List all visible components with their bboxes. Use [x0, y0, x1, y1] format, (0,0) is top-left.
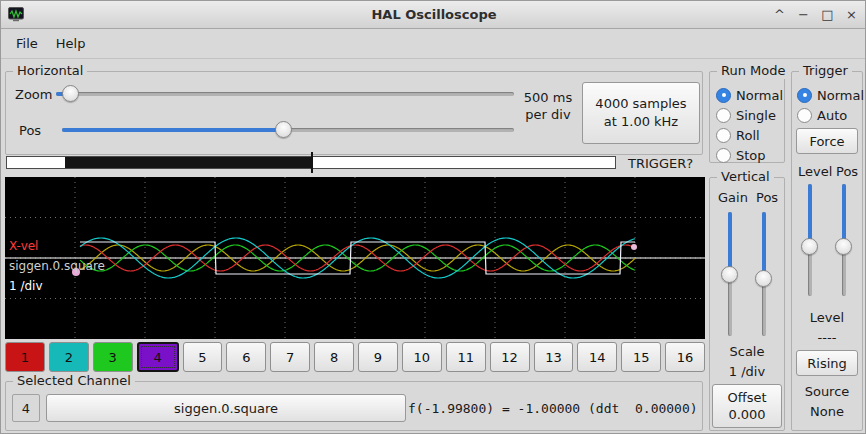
channel-button-12[interactable]: 12 [490, 342, 530, 372]
trigger-level-slider-fill [808, 184, 812, 246]
radio-icon[interactable] [716, 128, 731, 143]
scope-overlay-channel-value: X-vel [9, 239, 38, 253]
pos-slider-handle[interactable] [275, 121, 292, 138]
close-button[interactable]: × [844, 7, 859, 22]
channel-button-1[interactable]: 1 [5, 342, 45, 372]
horizontal-group-label: Horizontal [13, 63, 87, 79]
radio-icon[interactable] [716, 88, 731, 103]
preview-trigger-marker[interactable] [311, 152, 313, 173]
trigger-source-label: Source [792, 384, 862, 399]
channel-button-9[interactable]: 9 [358, 342, 398, 372]
channel-button-3[interactable]: 3 [93, 342, 133, 372]
radio-icon[interactable] [797, 88, 812, 103]
radio-icon[interactable] [716, 108, 731, 123]
scope-canvas [5, 177, 705, 339]
channel-row: 12345678910111213141516 [5, 342, 705, 372]
gain-slider-handle[interactable] [721, 266, 738, 283]
radio-icon[interactable] [716, 148, 731, 163]
channel-button-2[interactable]: 2 [49, 342, 89, 372]
channel-button-13[interactable]: 13 [534, 342, 574, 372]
horizontal-group: Horizontal Zoom 500 ms per div 4000 samp… [5, 71, 703, 155]
gain-slider[interactable] [720, 212, 739, 336]
trigger-auto[interactable]: Auto [797, 106, 847, 124]
titlebar[interactable]: HAL Oscilloscope ^ − □ × [1, 1, 866, 29]
menu-file[interactable]: File [7, 32, 47, 55]
channel-button-5[interactable]: 5 [183, 342, 223, 372]
selected-channel-name-button[interactable]: siggen.0.square [46, 394, 406, 422]
zoom-slider[interactable] [56, 84, 514, 103]
channel-button-7[interactable]: 7 [270, 342, 310, 372]
scope-display[interactable]: X-vel siggen.0.square 1 /div [5, 177, 705, 339]
selected-channel-group-label: Selected Channel [13, 373, 135, 389]
selected-channel-readout: f(-1.99800) = -1.00000 (ddt 0.00000) [408, 401, 698, 416]
run-mode-group-label: Run Mode [717, 63, 789, 79]
minimize-button[interactable]: − [796, 7, 811, 22]
channel-button-6[interactable]: 6 [226, 342, 266, 372]
vertical-pos-label: Pos [756, 190, 778, 205]
trigger-normal[interactable]: Normal [797, 86, 864, 104]
per-div-display: 500 ms per div [516, 89, 580, 123]
channel-button-4[interactable]: 4 [137, 342, 179, 372]
selected-channel-group: Selected Channel 4 siggen.0.square f(-1.… [5, 381, 703, 431]
scale-value: 1 /div [710, 364, 784, 379]
maximize-button[interactable]: □ [820, 7, 835, 22]
trigger-edge-button[interactable]: Rising [796, 350, 858, 376]
channel-button-16[interactable]: 16 [665, 342, 705, 372]
trigger-level-slider[interactable] [800, 184, 819, 296]
trigger-level-slider-handle[interactable] [801, 238, 818, 255]
vertical-pos-slider-fill [762, 212, 766, 278]
pos-label: Pos [19, 123, 41, 138]
vertical-group-label: Vertical [717, 169, 774, 185]
scope-overlay-scale: 1 /div [9, 279, 43, 293]
shade-button[interactable]: ^ [772, 7, 787, 22]
run-mode-group: Run Mode Normal Single Roll Stop [709, 71, 785, 163]
trigger-status-label: TRIGGER? [628, 156, 693, 171]
trigger-pos-slider-handle[interactable] [835, 238, 852, 255]
trigger-level-readout-label: Level [792, 310, 862, 325]
gain-slider-fill [728, 212, 732, 274]
zoom-label: Zoom [15, 87, 52, 102]
menu-help[interactable]: Help [47, 32, 95, 55]
run-mode-roll[interactable]: Roll [716, 126, 760, 144]
run-mode-stop[interactable]: Stop [716, 146, 766, 164]
vertical-pos-slider[interactable] [754, 212, 773, 336]
trigger-group-label: Trigger [799, 63, 852, 79]
trigger-level-readout-value: ---- [792, 330, 862, 345]
scope-overlay-signal-name: siggen.0.square [9, 259, 105, 273]
samples-button[interactable]: 4000 samples at 1.00 kHz [582, 82, 700, 144]
trigger-group: Trigger Normal Auto Force Level Pos Leve… [791, 71, 863, 431]
run-mode-single[interactable]: Single [716, 106, 776, 124]
selected-channel-number: 4 [12, 394, 40, 422]
run-mode-normal[interactable]: Normal [716, 86, 783, 104]
preview-band [65, 157, 313, 168]
zoom-slider-handle[interactable] [62, 85, 79, 102]
force-button[interactable]: Force [796, 128, 858, 154]
zoom-slider-track[interactable] [56, 92, 514, 96]
menubar: File Help [1, 29, 866, 59]
pos-slider[interactable] [62, 120, 514, 139]
channel-button-11[interactable]: 11 [446, 342, 486, 372]
channel-button-14[interactable]: 14 [577, 342, 617, 372]
trigger-pos-slider[interactable] [834, 184, 853, 296]
trigger-level-label: Level [798, 164, 832, 179]
vertical-group: Vertical Gain Pos Scale 1 /div Offset 0.… [709, 177, 785, 431]
offset-button[interactable]: Offset 0.000 [712, 384, 782, 428]
channel-button-15[interactable]: 15 [621, 342, 661, 372]
channel-button-8[interactable]: 8 [314, 342, 354, 372]
gain-label: Gain [718, 190, 748, 205]
trigger-source-value[interactable]: None [792, 404, 862, 419]
trigger-pos-slider-fill [842, 184, 846, 246]
vertical-pos-slider-handle[interactable] [755, 270, 772, 287]
scale-label: Scale [710, 344, 784, 359]
trigger-pos-label: Pos [836, 164, 858, 179]
radio-icon[interactable] [797, 108, 812, 123]
pos-slider-fill [62, 128, 283, 132]
window-title: HAL Oscilloscope [1, 7, 866, 22]
channel-button-10[interactable]: 10 [402, 342, 442, 372]
oscilloscope-window: HAL Oscilloscope ^ − □ × File Help Horiz… [0, 0, 866, 434]
